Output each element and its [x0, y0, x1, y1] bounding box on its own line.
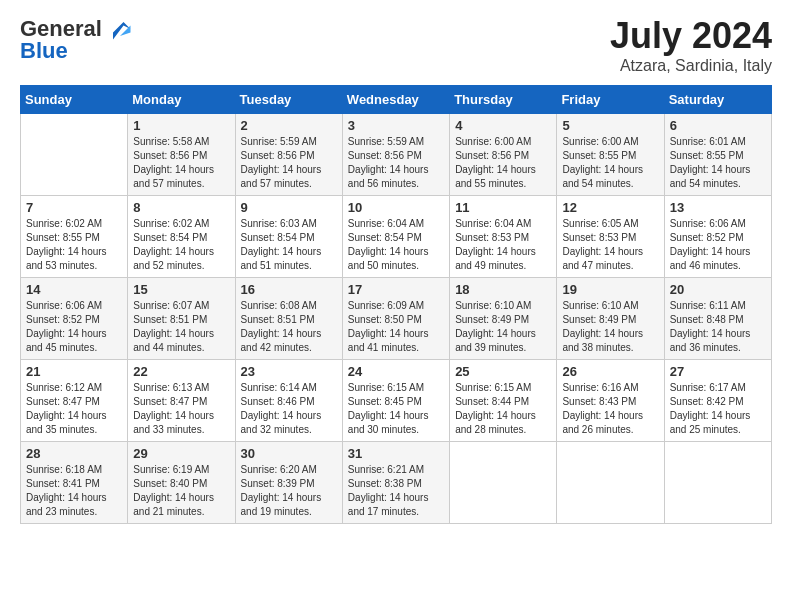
day-number: 3: [348, 118, 444, 133]
day-info: Sunrise: 6:03 AM Sunset: 8:54 PM Dayligh…: [241, 217, 337, 273]
day-number: 29: [133, 446, 229, 461]
day-info: Sunrise: 6:12 AM Sunset: 8:47 PM Dayligh…: [26, 381, 122, 437]
day-number: 11: [455, 200, 551, 215]
calendar-row-2: 14Sunrise: 6:06 AM Sunset: 8:52 PM Dayli…: [21, 278, 772, 360]
day-info: Sunrise: 6:00 AM Sunset: 8:55 PM Dayligh…: [562, 135, 658, 191]
header-wednesday: Wednesday: [342, 86, 449, 114]
calendar-cell: 10Sunrise: 6:04 AM Sunset: 8:54 PM Dayli…: [342, 196, 449, 278]
calendar-row-0: 1Sunrise: 5:58 AM Sunset: 8:56 PM Daylig…: [21, 114, 772, 196]
day-number: 16: [241, 282, 337, 297]
day-info: Sunrise: 6:08 AM Sunset: 8:51 PM Dayligh…: [241, 299, 337, 355]
calendar-cell: [664, 442, 771, 524]
calendar-table: Sunday Monday Tuesday Wednesday Thursday…: [20, 85, 772, 524]
day-info: Sunrise: 6:02 AM Sunset: 8:55 PM Dayligh…: [26, 217, 122, 273]
day-number: 13: [670, 200, 766, 215]
logo-blue: Blue: [20, 39, 68, 63]
calendar-row-4: 28Sunrise: 6:18 AM Sunset: 8:41 PM Dayli…: [21, 442, 772, 524]
day-number: 28: [26, 446, 122, 461]
calendar-cell: [557, 442, 664, 524]
calendar-cell: 26Sunrise: 6:16 AM Sunset: 8:43 PM Dayli…: [557, 360, 664, 442]
day-number: 9: [241, 200, 337, 215]
day-number: 1: [133, 118, 229, 133]
day-info: Sunrise: 6:11 AM Sunset: 8:48 PM Dayligh…: [670, 299, 766, 355]
day-info: Sunrise: 6:19 AM Sunset: 8:40 PM Dayligh…: [133, 463, 229, 519]
day-info: Sunrise: 5:58 AM Sunset: 8:56 PM Dayligh…: [133, 135, 229, 191]
calendar-cell: 22Sunrise: 6:13 AM Sunset: 8:47 PM Dayli…: [128, 360, 235, 442]
day-info: Sunrise: 6:20 AM Sunset: 8:39 PM Dayligh…: [241, 463, 337, 519]
day-info: Sunrise: 6:09 AM Sunset: 8:50 PM Dayligh…: [348, 299, 444, 355]
day-info: Sunrise: 6:06 AM Sunset: 8:52 PM Dayligh…: [26, 299, 122, 355]
calendar-cell: [21, 114, 128, 196]
day-info: Sunrise: 6:21 AM Sunset: 8:38 PM Dayligh…: [348, 463, 444, 519]
day-info: Sunrise: 6:10 AM Sunset: 8:49 PM Dayligh…: [455, 299, 551, 355]
calendar-cell: 15Sunrise: 6:07 AM Sunset: 8:51 PM Dayli…: [128, 278, 235, 360]
day-info: Sunrise: 5:59 AM Sunset: 8:56 PM Dayligh…: [241, 135, 337, 191]
calendar-cell: 27Sunrise: 6:17 AM Sunset: 8:42 PM Dayli…: [664, 360, 771, 442]
day-number: 20: [670, 282, 766, 297]
day-number: 30: [241, 446, 337, 461]
day-info: Sunrise: 6:05 AM Sunset: 8:53 PM Dayligh…: [562, 217, 658, 273]
day-info: Sunrise: 6:15 AM Sunset: 8:44 PM Dayligh…: [455, 381, 551, 437]
day-number: 7: [26, 200, 122, 215]
day-number: 23: [241, 364, 337, 379]
day-number: 21: [26, 364, 122, 379]
day-info: Sunrise: 6:02 AM Sunset: 8:54 PM Dayligh…: [133, 217, 229, 273]
day-info: Sunrise: 6:04 AM Sunset: 8:53 PM Dayligh…: [455, 217, 551, 273]
day-info: Sunrise: 6:10 AM Sunset: 8:49 PM Dayligh…: [562, 299, 658, 355]
day-number: 15: [133, 282, 229, 297]
day-number: 24: [348, 364, 444, 379]
header-row: Sunday Monday Tuesday Wednesday Thursday…: [21, 86, 772, 114]
logo-icon: [106, 15, 134, 43]
calendar-cell: 9Sunrise: 6:03 AM Sunset: 8:54 PM Daylig…: [235, 196, 342, 278]
calendar-cell: 23Sunrise: 6:14 AM Sunset: 8:46 PM Dayli…: [235, 360, 342, 442]
calendar-cell: 13Sunrise: 6:06 AM Sunset: 8:52 PM Dayli…: [664, 196, 771, 278]
day-number: 18: [455, 282, 551, 297]
calendar-cell: 30Sunrise: 6:20 AM Sunset: 8:39 PM Dayli…: [235, 442, 342, 524]
day-number: 26: [562, 364, 658, 379]
calendar-cell: 29Sunrise: 6:19 AM Sunset: 8:40 PM Dayli…: [128, 442, 235, 524]
calendar-cell: 16Sunrise: 6:08 AM Sunset: 8:51 PM Dayli…: [235, 278, 342, 360]
day-number: 19: [562, 282, 658, 297]
calendar-cell: 11Sunrise: 6:04 AM Sunset: 8:53 PM Dayli…: [450, 196, 557, 278]
header-sunday: Sunday: [21, 86, 128, 114]
day-number: 5: [562, 118, 658, 133]
location: Atzara, Sardinia, Italy: [610, 57, 772, 75]
day-number: 4: [455, 118, 551, 133]
calendar-row-3: 21Sunrise: 6:12 AM Sunset: 8:47 PM Dayli…: [21, 360, 772, 442]
calendar-cell: 18Sunrise: 6:10 AM Sunset: 8:49 PM Dayli…: [450, 278, 557, 360]
page-container: General Blue July 2024 Atzara, Sardinia,…: [0, 0, 792, 539]
day-info: Sunrise: 6:15 AM Sunset: 8:45 PM Dayligh…: [348, 381, 444, 437]
day-number: 14: [26, 282, 122, 297]
calendar-cell: [450, 442, 557, 524]
day-info: Sunrise: 6:06 AM Sunset: 8:52 PM Dayligh…: [670, 217, 766, 273]
day-info: Sunrise: 6:16 AM Sunset: 8:43 PM Dayligh…: [562, 381, 658, 437]
header: General Blue July 2024 Atzara, Sardinia,…: [20, 15, 772, 75]
day-info: Sunrise: 6:07 AM Sunset: 8:51 PM Dayligh…: [133, 299, 229, 355]
calendar-cell: 6Sunrise: 6:01 AM Sunset: 8:55 PM Daylig…: [664, 114, 771, 196]
day-number: 6: [670, 118, 766, 133]
calendar-cell: 25Sunrise: 6:15 AM Sunset: 8:44 PM Dayli…: [450, 360, 557, 442]
header-saturday: Saturday: [664, 86, 771, 114]
calendar-cell: 24Sunrise: 6:15 AM Sunset: 8:45 PM Dayli…: [342, 360, 449, 442]
day-info: Sunrise: 6:00 AM Sunset: 8:56 PM Dayligh…: [455, 135, 551, 191]
title-block: July 2024 Atzara, Sardinia, Italy: [610, 15, 772, 75]
header-thursday: Thursday: [450, 86, 557, 114]
header-tuesday: Tuesday: [235, 86, 342, 114]
month-year: July 2024: [610, 15, 772, 57]
day-number: 2: [241, 118, 337, 133]
day-info: Sunrise: 6:18 AM Sunset: 8:41 PM Dayligh…: [26, 463, 122, 519]
calendar-row-1: 7Sunrise: 6:02 AM Sunset: 8:55 PM Daylig…: [21, 196, 772, 278]
calendar-cell: 28Sunrise: 6:18 AM Sunset: 8:41 PM Dayli…: [21, 442, 128, 524]
day-number: 31: [348, 446, 444, 461]
calendar-cell: 14Sunrise: 6:06 AM Sunset: 8:52 PM Dayli…: [21, 278, 128, 360]
day-info: Sunrise: 6:01 AM Sunset: 8:55 PM Dayligh…: [670, 135, 766, 191]
day-number: 12: [562, 200, 658, 215]
header-friday: Friday: [557, 86, 664, 114]
day-number: 10: [348, 200, 444, 215]
calendar-cell: 3Sunrise: 5:59 AM Sunset: 8:56 PM Daylig…: [342, 114, 449, 196]
calendar-cell: 19Sunrise: 6:10 AM Sunset: 8:49 PM Dayli…: [557, 278, 664, 360]
day-info: Sunrise: 6:14 AM Sunset: 8:46 PM Dayligh…: [241, 381, 337, 437]
day-info: Sunrise: 6:13 AM Sunset: 8:47 PM Dayligh…: [133, 381, 229, 437]
calendar-cell: 7Sunrise: 6:02 AM Sunset: 8:55 PM Daylig…: [21, 196, 128, 278]
day-info: Sunrise: 5:59 AM Sunset: 8:56 PM Dayligh…: [348, 135, 444, 191]
